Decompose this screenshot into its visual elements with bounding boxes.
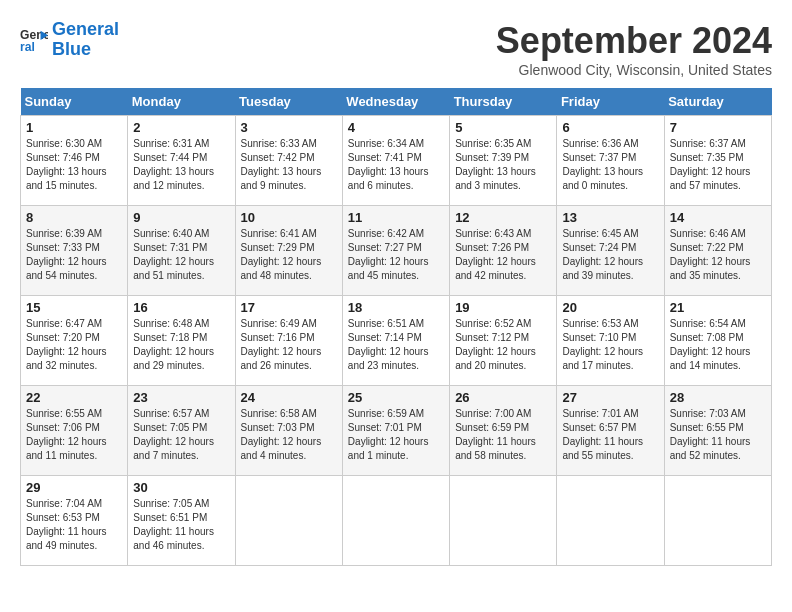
col-header-wednesday: Wednesday <box>342 88 449 116</box>
calendar-cell: 8Sunrise: 6:39 AMSunset: 7:33 PMDaylight… <box>21 206 128 296</box>
day-number: 24 <box>241 390 337 405</box>
calendar-cell <box>450 476 557 566</box>
day-number: 23 <box>133 390 229 405</box>
day-info: Sunrise: 6:37 AMSunset: 7:35 PMDaylight:… <box>670 137 766 193</box>
calendar-cell: 14Sunrise: 6:46 AMSunset: 7:22 PMDayligh… <box>664 206 771 296</box>
day-number: 29 <box>26 480 122 495</box>
location-subtitle: Glenwood City, Wisconsin, United States <box>496 62 772 78</box>
col-header-tuesday: Tuesday <box>235 88 342 116</box>
day-info: Sunrise: 7:04 AMSunset: 6:53 PMDaylight:… <box>26 497 122 553</box>
week-row-5: 29Sunrise: 7:04 AMSunset: 6:53 PMDayligh… <box>21 476 772 566</box>
day-info: Sunrise: 6:36 AMSunset: 7:37 PMDaylight:… <box>562 137 658 193</box>
day-number: 16 <box>133 300 229 315</box>
day-info: Sunrise: 6:35 AMSunset: 7:39 PMDaylight:… <box>455 137 551 193</box>
day-number: 5 <box>455 120 551 135</box>
calendar-cell: 3Sunrise: 6:33 AMSunset: 7:42 PMDaylight… <box>235 116 342 206</box>
calendar-table: SundayMondayTuesdayWednesdayThursdayFrid… <box>20 88 772 566</box>
day-info: Sunrise: 6:55 AMSunset: 7:06 PMDaylight:… <box>26 407 122 463</box>
day-info: Sunrise: 6:57 AMSunset: 7:05 PMDaylight:… <box>133 407 229 463</box>
calendar-cell: 5Sunrise: 6:35 AMSunset: 7:39 PMDaylight… <box>450 116 557 206</box>
day-number: 17 <box>241 300 337 315</box>
week-row-4: 22Sunrise: 6:55 AMSunset: 7:06 PMDayligh… <box>21 386 772 476</box>
calendar-cell: 21Sunrise: 6:54 AMSunset: 7:08 PMDayligh… <box>664 296 771 386</box>
day-info: Sunrise: 7:03 AMSunset: 6:55 PMDaylight:… <box>670 407 766 463</box>
day-number: 26 <box>455 390 551 405</box>
col-header-sunday: Sunday <box>21 88 128 116</box>
day-number: 13 <box>562 210 658 225</box>
day-info: Sunrise: 6:53 AMSunset: 7:10 PMDaylight:… <box>562 317 658 373</box>
day-info: Sunrise: 6:49 AMSunset: 7:16 PMDaylight:… <box>241 317 337 373</box>
calendar-cell: 30Sunrise: 7:05 AMSunset: 6:51 PMDayligh… <box>128 476 235 566</box>
day-info: Sunrise: 6:51 AMSunset: 7:14 PMDaylight:… <box>348 317 444 373</box>
day-info: Sunrise: 6:58 AMSunset: 7:03 PMDaylight:… <box>241 407 337 463</box>
calendar-cell <box>664 476 771 566</box>
col-header-monday: Monday <box>128 88 235 116</box>
day-number: 3 <box>241 120 337 135</box>
day-info: Sunrise: 7:00 AMSunset: 6:59 PMDaylight:… <box>455 407 551 463</box>
calendar-cell: 1Sunrise: 6:30 AMSunset: 7:46 PMDaylight… <box>21 116 128 206</box>
day-info: Sunrise: 6:41 AMSunset: 7:29 PMDaylight:… <box>241 227 337 283</box>
calendar-cell <box>342 476 449 566</box>
day-number: 20 <box>562 300 658 315</box>
calendar-cell: 7Sunrise: 6:37 AMSunset: 7:35 PMDaylight… <box>664 116 771 206</box>
day-number: 14 <box>670 210 766 225</box>
day-number: 28 <box>670 390 766 405</box>
calendar-cell: 4Sunrise: 6:34 AMSunset: 7:41 PMDaylight… <box>342 116 449 206</box>
day-info: Sunrise: 6:47 AMSunset: 7:20 PMDaylight:… <box>26 317 122 373</box>
col-header-friday: Friday <box>557 88 664 116</box>
calendar-cell: 23Sunrise: 6:57 AMSunset: 7:05 PMDayligh… <box>128 386 235 476</box>
week-row-3: 15Sunrise: 6:47 AMSunset: 7:20 PMDayligh… <box>21 296 772 386</box>
day-number: 9 <box>133 210 229 225</box>
logo-text: General Blue <box>52 20 119 60</box>
day-number: 15 <box>26 300 122 315</box>
day-number: 6 <box>562 120 658 135</box>
calendar-cell: 26Sunrise: 7:00 AMSunset: 6:59 PMDayligh… <box>450 386 557 476</box>
logo-line2: Blue <box>52 39 91 59</box>
col-header-saturday: Saturday <box>664 88 771 116</box>
day-number: 10 <box>241 210 337 225</box>
day-number: 1 <box>26 120 122 135</box>
calendar-cell: 29Sunrise: 7:04 AMSunset: 6:53 PMDayligh… <box>21 476 128 566</box>
calendar-cell: 28Sunrise: 7:03 AMSunset: 6:55 PMDayligh… <box>664 386 771 476</box>
calendar-cell: 18Sunrise: 6:51 AMSunset: 7:14 PMDayligh… <box>342 296 449 386</box>
day-info: Sunrise: 6:33 AMSunset: 7:42 PMDaylight:… <box>241 137 337 193</box>
day-number: 22 <box>26 390 122 405</box>
day-number: 25 <box>348 390 444 405</box>
calendar-cell: 17Sunrise: 6:49 AMSunset: 7:16 PMDayligh… <box>235 296 342 386</box>
day-info: Sunrise: 7:05 AMSunset: 6:51 PMDaylight:… <box>133 497 229 553</box>
day-info: Sunrise: 6:43 AMSunset: 7:26 PMDaylight:… <box>455 227 551 283</box>
logo-icon: Gene ral <box>20 26 48 54</box>
calendar-cell <box>235 476 342 566</box>
day-number: 18 <box>348 300 444 315</box>
month-title: September 2024 <box>496 20 772 62</box>
week-row-2: 8Sunrise: 6:39 AMSunset: 7:33 PMDaylight… <box>21 206 772 296</box>
calendar-cell: 11Sunrise: 6:42 AMSunset: 7:27 PMDayligh… <box>342 206 449 296</box>
calendar-cell: 15Sunrise: 6:47 AMSunset: 7:20 PMDayligh… <box>21 296 128 386</box>
day-number: 4 <box>348 120 444 135</box>
calendar-cell <box>557 476 664 566</box>
day-info: Sunrise: 6:46 AMSunset: 7:22 PMDaylight:… <box>670 227 766 283</box>
calendar-cell: 10Sunrise: 6:41 AMSunset: 7:29 PMDayligh… <box>235 206 342 296</box>
day-info: Sunrise: 6:34 AMSunset: 7:41 PMDaylight:… <box>348 137 444 193</box>
week-row-1: 1Sunrise: 6:30 AMSunset: 7:46 PMDaylight… <box>21 116 772 206</box>
svg-text:ral: ral <box>20 40 35 54</box>
logo-line1: General <box>52 19 119 39</box>
calendar-cell: 2Sunrise: 6:31 AMSunset: 7:44 PMDaylight… <box>128 116 235 206</box>
day-info: Sunrise: 6:59 AMSunset: 7:01 PMDaylight:… <box>348 407 444 463</box>
day-info: Sunrise: 6:48 AMSunset: 7:18 PMDaylight:… <box>133 317 229 373</box>
calendar-cell: 19Sunrise: 6:52 AMSunset: 7:12 PMDayligh… <box>450 296 557 386</box>
day-info: Sunrise: 6:52 AMSunset: 7:12 PMDaylight:… <box>455 317 551 373</box>
day-info: Sunrise: 6:40 AMSunset: 7:31 PMDaylight:… <box>133 227 229 283</box>
calendar-cell: 20Sunrise: 6:53 AMSunset: 7:10 PMDayligh… <box>557 296 664 386</box>
day-info: Sunrise: 6:54 AMSunset: 7:08 PMDaylight:… <box>670 317 766 373</box>
calendar-cell: 22Sunrise: 6:55 AMSunset: 7:06 PMDayligh… <box>21 386 128 476</box>
calendar-cell: 27Sunrise: 7:01 AMSunset: 6:57 PMDayligh… <box>557 386 664 476</box>
day-number: 11 <box>348 210 444 225</box>
day-number: 30 <box>133 480 229 495</box>
title-block: September 2024 Glenwood City, Wisconsin,… <box>496 20 772 78</box>
day-number: 12 <box>455 210 551 225</box>
day-info: Sunrise: 6:45 AMSunset: 7:24 PMDaylight:… <box>562 227 658 283</box>
page-header: Gene ral General Blue September 2024 Gle… <box>20 20 772 78</box>
day-number: 27 <box>562 390 658 405</box>
day-info: Sunrise: 6:39 AMSunset: 7:33 PMDaylight:… <box>26 227 122 283</box>
